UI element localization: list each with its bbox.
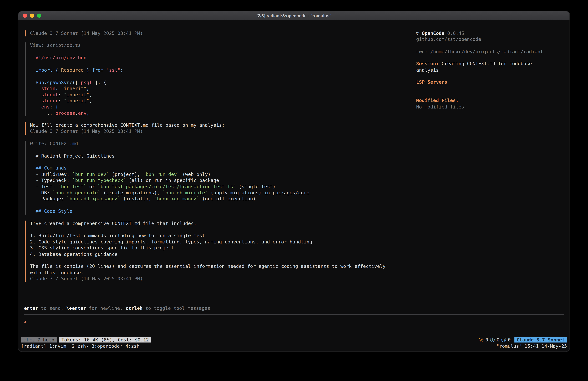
text-token: `bun add <package>` — [67, 196, 120, 202]
sidebar-brand: © OpenCode 0.0.45github.com/sst/opencode — [416, 30, 564, 43]
text-line: env: { — [30, 104, 411, 110]
text-line: Now I'll create a comprehensive CONTEXT.… — [30, 122, 411, 129]
text-token: Write: CONTEXT.md — [30, 141, 78, 146]
sidebar: © OpenCode 0.0.45github.com/sst/opencode… — [416, 30, 564, 294]
text-token: No modified files — [416, 104, 464, 110]
text-token: ... — [30, 110, 55, 116]
text-token: `bun db migrate` — [163, 190, 208, 196]
text-line: - DB: `bun db generate` (create migratio… — [30, 190, 411, 196]
text-token: Creating CONTEXT.md for codebase — [439, 61, 532, 67]
tmux-host-clock: "romulus" 15:41 14-May-25 — [496, 343, 567, 349]
minimize-button[interactable] — [30, 14, 34, 18]
text-token: (install), — [120, 196, 154, 202]
text-line: analysis — [416, 67, 564, 73]
text-token: : — [58, 92, 64, 97]
text-token: 1. Build/lint/test commands including ho… — [30, 233, 205, 238]
info-icon: ⓘ — [490, 337, 495, 342]
text-line — [30, 49, 411, 55]
text-token: `psql` — [78, 79, 95, 85]
assistant-attribution: Claude 3.7 Sonnet (14 May 2025 03:41 PM) — [25, 30, 411, 37]
text-token: , — [89, 98, 92, 104]
text-token: "inherit" — [64, 98, 89, 104]
text-token: or — [86, 184, 98, 189]
text-token: ## Commands — [30, 165, 67, 171]
text-line: # Radiant Project Guidelines — [30, 153, 411, 159]
text-token: # Radiant Project Guidelines — [30, 153, 115, 158]
warning-count: 0 — [485, 337, 488, 342]
text-token: , — [86, 86, 89, 91]
text-token: - DB: — [30, 190, 53, 196]
text-token: "inherit" — [61, 86, 86, 91]
text-token: : { — [50, 104, 58, 110]
diagnostics-counts: Ⓦ 0 ⓘ 0 ⓗ 0 — [479, 337, 511, 342]
text-token: "inherit" — [64, 92, 89, 97]
text-line — [30, 159, 411, 165]
text-token: Claude 3.7 Sonnet (14 May 2025 03:41 PM) — [30, 276, 143, 281]
text-token: for newline, — [86, 305, 126, 311]
message-input[interactable]: > — [24, 314, 564, 325]
text-token: stdout — [30, 92, 58, 97]
text-token: . — [44, 79, 47, 85]
text-token: process — [55, 110, 75, 116]
tool-output-write: Write: CONTEXT.md # Radiant Project Guid… — [25, 141, 411, 214]
sidebar-modified-files: Modified Files:No modified files — [416, 98, 564, 110]
close-button[interactable] — [23, 14, 27, 18]
text-token: © — [416, 30, 422, 36]
text-line: stdout: "inherit", — [30, 92, 411, 98]
text-token: } — [84, 67, 92, 73]
text-token: { — [53, 67, 61, 73]
sidebar-session: Session: Creating CONTEXT.md for codebas… — [416, 61, 564, 73]
text-token: (all) or run in specific package — [126, 178, 219, 183]
text-line — [30, 257, 411, 264]
text-token: (apply migrations) in packages/core — [208, 190, 310, 196]
tmux-status-bar: [radiant] 1:nvim 2:zsh- 3:opencode* 4:zs… — [18, 343, 570, 349]
text-line: Modified Files: — [416, 98, 564, 104]
text-token: `bunx <command>` — [154, 196, 199, 202]
text-line: - Package: `bun add <package>` (install)… — [30, 196, 411, 202]
model-chip: Claude 3.7 Sonnet — [514, 337, 567, 342]
window-title: [2/3] radiant:3:opencode - "romulus" — [18, 13, 570, 18]
text-token: : — [55, 86, 61, 91]
text-line: 3. CSS styling conventions specific to t… — [30, 245, 411, 251]
text-line: 1. Build/lint/test commands including ho… — [30, 233, 411, 239]
text-token — [104, 67, 106, 73]
text-token: with this codebase. — [30, 269, 84, 275]
text-line: I've created a comprehensive CONTEXT.md … — [30, 220, 411, 226]
text-token: - Build/Dev: — [30, 171, 72, 177]
text-line: - Build/Dev: `bun run dev` (project), `b… — [30, 171, 411, 178]
text-line — [30, 147, 411, 153]
sidebar-cwd: cwd: /home/thdxr/dev/projects/radiant/ra… — [416, 49, 564, 55]
input-empty-space — [18, 325, 570, 336]
text-line: LSP Servers — [416, 79, 564, 85]
text-token: 2. Code style guidelines covering import… — [30, 239, 312, 245]
hint-count: 0 — [508, 337, 511, 342]
text-token: View: script/db.ts — [30, 43, 81, 48]
help-shortcut-chip[interactable]: ctrl+? help — [21, 337, 57, 342]
zoom-button[interactable] — [37, 14, 41, 18]
text-token: stderr — [30, 98, 58, 104]
text-token: `bun test` — [58, 184, 86, 189]
text-line: #!/usr/bin/env bun — [30, 55, 411, 61]
text-token: - TypeCheck: — [30, 178, 72, 183]
text-token: Claude 3.7 Sonnet (14 May 2025 03:41 PM) — [30, 30, 143, 36]
text-token: env — [78, 110, 86, 116]
text-line: Bun.spawnSync([`psql`], { — [30, 79, 411, 86]
text-token: Bun — [30, 79, 44, 85]
text-token: (create migrations), — [101, 190, 163, 196]
text-line: Session: Creating CONTEXT.md for codebas… — [416, 61, 564, 67]
text-token: `bun db generate` — [53, 190, 101, 196]
text-token: cwd: /home/thdxr/dev/projects/radiant/ra… — [416, 49, 543, 54]
text-line — [30, 73, 411, 79]
text-token: Now I'll create a comprehensive CONTEXT.… — [30, 122, 225, 128]
text-token: - Test: — [30, 184, 58, 189]
assistant-message: Now I'll create a comprehensive CONTEXT.… — [25, 122, 411, 135]
text-line: The file is concise (20 lines) and captu… — [30, 264, 411, 269]
text-token: `bun run dev` — [72, 171, 109, 177]
text-token: , — [86, 110, 89, 116]
text-line — [30, 226, 411, 233]
text-line: ## Code Style — [30, 208, 411, 214]
text-token: , — [89, 92, 92, 97]
text-token: ctrl+h — [126, 305, 143, 311]
text-line: Claude 3.7 Sonnet (14 May 2025 03:41 PM) — [30, 30, 411, 37]
text-token: Resource — [61, 67, 84, 73]
